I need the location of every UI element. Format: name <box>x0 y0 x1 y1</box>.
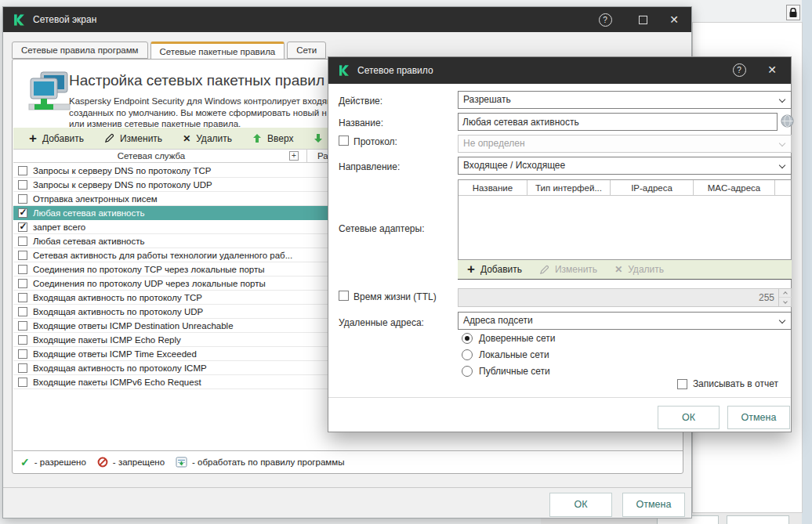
rule-label: Сетевая активность для работы технологии… <box>33 251 292 260</box>
adapters-table: НазваниеТип интерфей...IP-адресаMAC-адре… <box>458 179 792 260</box>
adapter-delete-button[interactable]: ✕Удалить <box>614 264 664 275</box>
rule-checkbox[interactable] <box>18 279 27 288</box>
tab-bar: Сетевые правила программСетевые пакетные… <box>12 42 326 60</box>
dialog-cancel-button[interactable]: Отмена <box>727 406 790 429</box>
edit-rule-button[interactable]: Изменить <box>104 133 162 144</box>
ttl-field[interactable]: 255 <box>458 288 792 307</box>
close-button[interactable]: ✕ <box>663 7 685 32</box>
adapter-column-header[interactable]: IP-адреса <box>611 180 694 195</box>
ok-button[interactable]: ОК <box>549 493 612 517</box>
move-up-button[interactable]: Вверх <box>252 133 293 144</box>
rule-label: Запросы к серверу DNS по протоколу UDP <box>33 180 212 190</box>
protocol-select[interactable]: Не определен <box>458 135 792 153</box>
adapter-edit-label: Изменить <box>555 264 597 275</box>
protocol-checkbox[interactable] <box>339 136 349 146</box>
cancel-button[interactable]: Отмена <box>622 493 685 517</box>
direction-select[interactable]: Входящее / Исходящее <box>458 157 792 175</box>
radio-icon[interactable] <box>462 333 473 344</box>
adapters-label: Сетевые адаптеры: <box>339 223 425 234</box>
ttl-spinner[interactable] <box>778 289 791 306</box>
background-partial-button <box>727 515 789 524</box>
protocol-label: Протокол: <box>353 136 397 147</box>
rule-checkbox[interactable] <box>18 265 27 274</box>
rule-checkbox[interactable] <box>18 237 27 246</box>
remote-value: Адреса подсети <box>463 315 533 326</box>
rule-checkbox[interactable] <box>18 321 27 331</box>
action-select[interactable]: Разрешать <box>458 91 792 109</box>
adapters-toolbar: +Добавить Изменить ✕Удалить <box>458 260 792 280</box>
radio-icon[interactable] <box>462 349 473 360</box>
network-radio-row[interactable]: Локальные сети <box>462 349 549 360</box>
adapter-edit-button[interactable]: Изменить <box>539 264 597 275</box>
network-radio-label: Локальные сети <box>479 349 549 360</box>
name-label: Название: <box>339 117 383 128</box>
remote-select[interactable]: Адреса подсети <box>458 312 792 330</box>
ttl-checkbox[interactable] <box>339 291 349 301</box>
rule-checkbox[interactable] <box>18 378 27 387</box>
delete-rule-label: Удалить <box>196 133 232 144</box>
rule-checkbox[interactable] <box>18 194 27 204</box>
network-rule-dialog: Сетевое правило ? ✕ Действие: Разрешать … <box>328 56 792 432</box>
network-monitors-icon <box>27 70 72 114</box>
rule-checkbox[interactable] <box>18 307 27 316</box>
spinner-down-icon[interactable] <box>779 298 792 306</box>
adapter-add-button[interactable]: +Добавить <box>467 264 522 275</box>
window-title: Сетевой экран <box>33 14 96 25</box>
rule-checkbox[interactable] <box>18 180 27 190</box>
rule-label: Входящие ответы ICMP Time Exceeded <box>33 349 197 359</box>
rule-checkbox[interactable] <box>18 208 27 218</box>
radio-icon[interactable] <box>462 366 473 377</box>
rule-label: Отправка электронных писем <box>33 194 158 204</box>
arrow-down-icon <box>314 133 323 143</box>
allowed-check-icon: ✓ <box>20 456 30 468</box>
rule-checkbox[interactable] <box>18 349 27 359</box>
tab-3[interactable]: Сети <box>287 42 326 59</box>
dialog-titlebar: Сетевое правило ? ✕ <box>328 57 791 84</box>
edit-rule-label: Изменить <box>120 133 162 144</box>
ttl-label: Время жизни (TTL) <box>353 291 437 302</box>
report-checkbox[interactable] <box>677 379 687 389</box>
network-radio-label: Доверенные сети <box>479 333 556 344</box>
dialog-footer-separator <box>328 397 791 398</box>
plus-icon: + <box>467 265 475 274</box>
action-value: Разрешать <box>463 94 511 105</box>
adapter-column-header[interactable]: Название <box>459 180 527 195</box>
help-button[interactable]: ? <box>594 7 616 32</box>
tab-1[interactable]: Сетевые правила программ <box>12 42 148 59</box>
rule-checkbox[interactable] <box>18 293 27 302</box>
dialog-ok-button[interactable]: ОК <box>658 406 720 429</box>
service-column-header[interactable]: Сетевая служба <box>13 150 289 162</box>
rule-label: Соединения по протоколу TCP через локаль… <box>33 265 265 274</box>
question-icon: ? <box>733 63 746 77</box>
rule-checkbox[interactable] <box>18 251 27 260</box>
rule-checkbox[interactable] <box>18 335 27 345</box>
remote-label: Удаленные адреса: <box>339 317 424 328</box>
chevron-down-icon <box>779 140 785 146</box>
rule-label: Входящая активность по протоколу TCP <box>33 293 202 302</box>
report-row: Записывать в отчет <box>677 378 778 389</box>
name-input[interactable] <box>458 113 778 131</box>
direction-value: Входящее / Исходящее <box>463 160 565 171</box>
dialog-help-button[interactable]: ? <box>728 57 750 82</box>
rule-checkbox[interactable] <box>18 222 27 232</box>
maximize-button[interactable] <box>632 7 654 32</box>
tab-2[interactable]: Сетевые пакетные правила <box>150 42 285 60</box>
spinner-up-icon[interactable] <box>779 289 792 298</box>
legend-blocked: - запрещено <box>113 457 165 467</box>
rule-checkbox[interactable] <box>18 166 27 175</box>
network-radio-row[interactable]: Публичные сети <box>462 366 550 377</box>
legend-app-rule: - обработать по правилу программы <box>192 457 344 467</box>
rule-checkbox[interactable] <box>18 363 27 373</box>
protocol-value: Не определен <box>463 138 525 149</box>
dialog-close-button[interactable]: ✕ <box>761 57 783 82</box>
expander-icon[interactable]: + <box>289 151 299 161</box>
adapter-column-header[interactable]: Тип интерфей... <box>527 180 611 195</box>
delete-rule-button[interactable]: ✕Удалить <box>183 133 232 144</box>
rule-label: Входящая активность по протоколу UDP <box>33 307 203 316</box>
main-titlebar: Сетевой экран ? ✕ <box>3 7 691 32</box>
action-label: Действие: <box>339 96 382 107</box>
adapter-column-header[interactable]: MAC-адреса <box>694 180 775 195</box>
lock-icon <box>786 5 800 20</box>
add-rule-button[interactable]: +Добавить <box>29 133 84 144</box>
network-radio-row[interactable]: Доверенные сети <box>462 333 556 344</box>
